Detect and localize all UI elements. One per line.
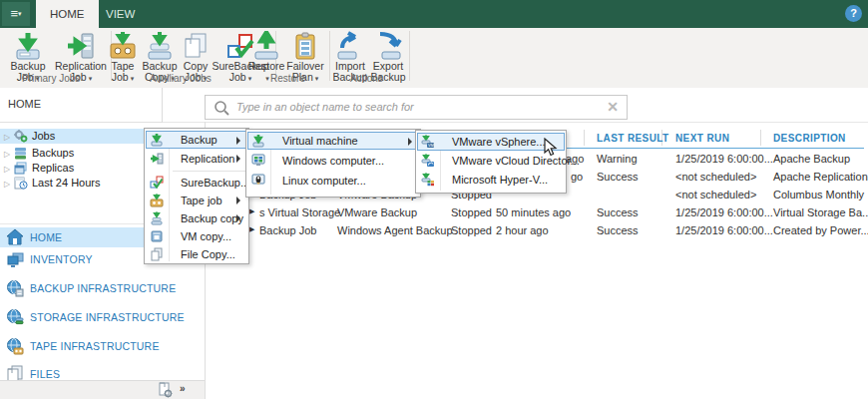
- menu-item-vmware-vcloud-director[interactable]: VMware vCloud Director...: [418, 152, 564, 170]
- menu-item-windows-computer[interactable]: Windows computer...: [248, 152, 418, 170]
- ribbon: Backup Job▾ Replication Job▾ Tape Job▾ B…: [0, 28, 868, 89]
- menu-item-replication[interactable]: Replication: [147, 150, 246, 168]
- sidebar-item-label: INVENTORY: [30, 253, 93, 265]
- cell-next-run: <not scheduled>: [675, 171, 756, 183]
- cell-last-result: Warning: [597, 153, 638, 165]
- menu-item-tape-job[interactable]: Tape job: [147, 192, 246, 209]
- menu-item-linux-computer[interactable]: Linux computer...: [248, 172, 418, 190]
- cell-next-run: 1/25/2019 6:00:00...: [675, 206, 773, 218]
- tab-view[interactable]: VIEW: [92, 0, 149, 28]
- import-backup-icon: [334, 31, 366, 61]
- group-label-auxiliary-jobs: Auxiliary Jobs: [150, 73, 212, 84]
- failover-plan-icon: [289, 31, 321, 61]
- cell-last-run: 50 minutes ago: [496, 206, 571, 218]
- expander-icon[interactable]: ▷: [4, 162, 10, 177]
- chevron-down-icon: ▾: [18, 10, 22, 17]
- storage-infrastructure-icon: [6, 308, 24, 328]
- expander-icon[interactable]: ▷: [4, 147, 10, 162]
- column-header-next-run[interactable]: NEXT RUN: [675, 133, 729, 144]
- tab-home[interactable]: HOME: [36, 0, 99, 28]
- cell-description: Created by Power...: [773, 224, 868, 236]
- cell-status: Stopped: [451, 224, 492, 236]
- menu-item-file-copy[interactable]: File Copy...: [147, 245, 246, 263]
- help-icon[interactable]: ?: [845, 5, 862, 22]
- inventory-icon: [6, 250, 24, 270]
- cell-last-result: Success: [597, 224, 639, 236]
- virtual-machine-icon: [251, 134, 265, 150]
- search-placeholder: Type in an object name to search for: [236, 101, 414, 113]
- collapse-panel-icon[interactable]: »: [180, 383, 186, 394]
- sidebar-header-label: HOME: [8, 98, 41, 110]
- menu-item-vm-copy[interactable]: VM copy...: [147, 227, 246, 245]
- ribbon-separator: [409, 31, 410, 81]
- ribbon-separator: [329, 31, 330, 81]
- file-copy-icon: [150, 247, 164, 263]
- sidebar-item-tape-infrastructure[interactable]: TAPE INFRASTRUCTURE: [0, 336, 205, 356]
- submenu-arrow-icon: [236, 197, 240, 204]
- menu-item-vmware-vsphere[interactable]: VM VMware vSphere...: [417, 133, 565, 151]
- page-options-icon[interactable]: [158, 382, 174, 399]
- copy-job-icon: [180, 31, 212, 61]
- menu-separator: [173, 171, 245, 172]
- column-header-last-result[interactable]: LAST RESULT: [597, 133, 669, 144]
- tree-item-label: Jobs: [32, 129, 55, 144]
- group-label-actions: Actions: [350, 73, 383, 84]
- submenu-arrow-icon: [236, 214, 240, 222]
- cell-next-run: 1/25/2019 6:00:00...: [675, 153, 773, 165]
- dropdown-caret-icon: ▾: [315, 75, 319, 82]
- group-label-primary-jobs: Primary Jobs: [22, 73, 80, 84]
- backup-copy-icon: [150, 211, 164, 227]
- cell-last-run: go: [571, 171, 583, 183]
- menu-item-surebackup[interactable]: SureBackup...: [147, 174, 246, 192]
- sidebar-item-storage-infrastructure[interactable]: STORAGE INFRASTRUCTURE: [0, 307, 205, 327]
- search-icon: [214, 100, 230, 117]
- tape-job-icon: [150, 194, 164, 209]
- column-header-description[interactable]: DESCRIPTION: [773, 133, 846, 144]
- sidebar-item-backup-infrastructure[interactable]: BACKUP INFRASTRUCTURE: [0, 278, 205, 298]
- cell-description: Columbus Monthly: [773, 189, 864, 200]
- expander-icon[interactable]: ▷: [4, 177, 10, 192]
- tree-item-label: Replicas: [32, 161, 74, 176]
- restore-icon: [250, 31, 282, 61]
- vm-copy-icon: [150, 229, 164, 245]
- menu-item-backup-copy[interactable]: Backup copy: [147, 209, 246, 227]
- backup-copy-icon: [144, 31, 176, 61]
- sidebar-header: HOME: [0, 88, 163, 123]
- menu-item-backup[interactable]: Backup: [146, 131, 247, 149]
- tape-job-button[interactable]: Tape Job▾: [108, 31, 138, 83]
- context-menu-new-job: Backup Replication SureBackup... Tape jo…: [144, 128, 249, 264]
- cell-type: Windows Agent Backup: [337, 224, 453, 236]
- home-icon: [6, 228, 24, 248]
- expander-icon[interactable]: ▷: [4, 130, 10, 145]
- row-expander-icon[interactable]: ▶: [249, 207, 254, 215]
- cell-description: Virtual Storage Ba...: [773, 206, 868, 218]
- dropdown-caret-icon: ▾: [131, 75, 135, 82]
- cell-type: VMware Backup: [337, 206, 417, 218]
- cell-name: Backup Job: [259, 224, 316, 236]
- column-separator: [760, 130, 761, 146]
- title-bar: ≡▾ HOME VIEW ?: [0, 0, 868, 28]
- backup-icon: [150, 133, 164, 149]
- cell-name: s Virtual Storage: [259, 206, 340, 218]
- search-input[interactable]: Type in an object name to search for ✕: [205, 95, 628, 120]
- cell-last-result: Success: [597, 171, 639, 183]
- tape-job-icon: [107, 31, 139, 61]
- cell-description: Apache Backup: [773, 153, 850, 165]
- clear-search-icon[interactable]: ✕: [607, 99, 619, 115]
- cell-next-run: <not scheduled>: [675, 189, 756, 200]
- replication-job-icon: [65, 31, 97, 61]
- group-label-restore: Restore: [270, 73, 305, 84]
- cell-last-run: 2 hour ago: [496, 224, 549, 236]
- surebackup-icon: [150, 176, 164, 192]
- sidebar-item-label: HOME: [30, 231, 62, 243]
- menu-item-microsoft-hyper-v[interactable]: Microsoft Hyper-V...: [418, 171, 564, 189]
- tree-item-label: Last 24 Hours: [32, 176, 100, 191]
- row-expander-icon[interactable]: ▶: [249, 225, 254, 233]
- menu-item-virtual-machine[interactable]: Virtual machine: [247, 132, 419, 150]
- cell-last-result: Success: [597, 206, 639, 218]
- mouse-cursor: [544, 138, 558, 158]
- tape-infrastructure-icon: [6, 337, 24, 357]
- submenu-arrow-icon: [408, 138, 412, 146]
- cell-next-run: 1/25/2019 6:00:00...: [675, 224, 773, 236]
- main-menu-button[interactable]: ≡▾: [2, 2, 30, 26]
